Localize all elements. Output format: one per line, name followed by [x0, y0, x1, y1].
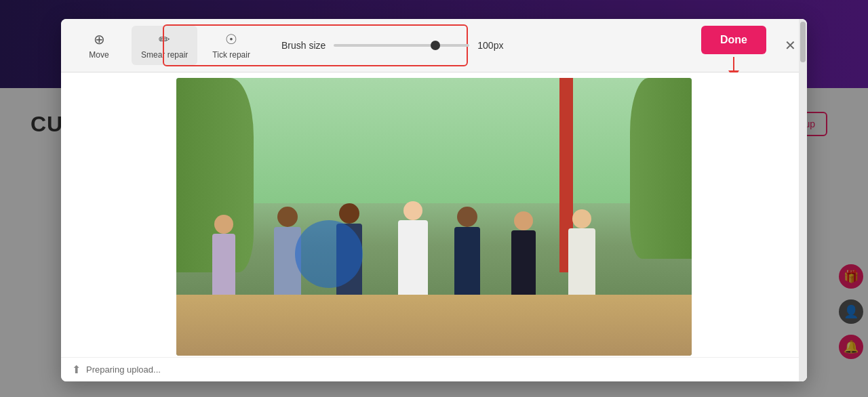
- person-7: [568, 209, 595, 295]
- photo-right-trees: [630, 78, 692, 259]
- editor-modal: ⊕ Move ✏ Smear repair ☉ Tick repair Brus…: [61, 19, 807, 381]
- group-photo: [176, 78, 692, 356]
- done-button[interactable]: Done: [701, 26, 766, 54]
- person-2-body: [274, 227, 301, 295]
- editor-toolbar: ⊕ Move ✏ Smear repair ☉ Tick repair Brus…: [61, 19, 807, 72]
- tick-repair-button[interactable]: ☉ Tick repair: [203, 26, 260, 65]
- close-button[interactable]: ✕: [785, 39, 796, 52]
- person-6-body: [511, 230, 536, 295]
- person-7-head: [572, 209, 591, 228]
- person-1-body: [212, 234, 235, 295]
- brush-size-label: Brush size: [281, 40, 326, 51]
- move-tool-button[interactable]: ⊕ Move: [72, 26, 126, 65]
- person-4-head: [403, 201, 422, 220]
- status-bar: ⬆ Preparing upload...: [61, 357, 807, 381]
- photo-container: [176, 78, 692, 356]
- person-5-body: [454, 227, 480, 295]
- person-4-body: [398, 220, 428, 295]
- person-6: [511, 211, 536, 295]
- modal-scrollbar[interactable]: [799, 19, 807, 381]
- status-text: Preparing upload...: [86, 364, 161, 375]
- brush-size-value: 100px: [477, 40, 503, 51]
- smear-icon: ✏: [159, 31, 170, 47]
- tick-label: Tick repair: [212, 50, 250, 60]
- person-3-body: [336, 224, 362, 295]
- person-3: [336, 203, 362, 295]
- upload-icon: ⬆: [72, 363, 81, 376]
- scrollbar-thumb[interactable]: [800, 22, 806, 62]
- person-4: [398, 201, 428, 295]
- brush-slider-track: [334, 44, 469, 47]
- person-2-head: [277, 207, 298, 227]
- move-label: Move: [89, 50, 108, 60]
- person-3-head: [339, 203, 359, 224]
- person-7-body: [568, 228, 595, 295]
- photo-ground: [176, 295, 692, 356]
- brush-slider-thumb[interactable]: [431, 41, 440, 50]
- modal-overlay: ⊕ Move ✏ Smear repair ☉ Tick repair Brus…: [0, 0, 868, 397]
- smear-label: Smear repair: [141, 50, 188, 60]
- brush-size-slider-container[interactable]: [334, 44, 469, 47]
- done-area: Done: [701, 26, 766, 79]
- person-5-head: [457, 207, 477, 227]
- image-editing-area[interactable]: [61, 72, 807, 357]
- arrow-line: [733, 57, 734, 70]
- move-icon: ⊕: [94, 31, 105, 47]
- person-2: [274, 207, 301, 295]
- photo-background-sky: [176, 78, 692, 203]
- person-1: [212, 215, 235, 295]
- person-1-head: [214, 215, 233, 234]
- tick-icon: ☉: [225, 31, 237, 47]
- smear-repair-button[interactable]: ✏ Smear repair: [132, 26, 197, 65]
- person-6-head: [514, 211, 533, 230]
- person-5: [454, 207, 480, 295]
